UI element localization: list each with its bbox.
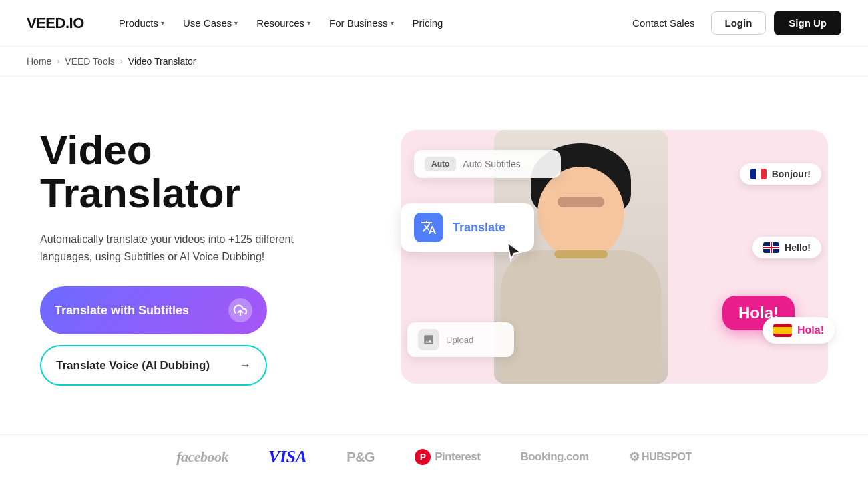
nav-usecases-label: Use Cases <box>183 17 232 29</box>
brand-pinterest: P Pinterest <box>415 449 480 465</box>
upload-panel: Upload <box>407 322 514 357</box>
hero-title: Video Translator <box>40 128 361 215</box>
hero-title-line1: Video <box>40 127 152 173</box>
breadcrumb-sep-1: › <box>57 57 59 66</box>
nav-resources-label: Resources <box>256 17 304 29</box>
nav-right: Contact Sales Login Sign Up <box>624 11 841 35</box>
hero-left: Video Translator Automatically translate… <box>40 128 361 386</box>
hero-description: Automatically translate your videos into… <box>40 231 294 265</box>
nav-resources[interactable]: Resources ▾ <box>248 12 318 34</box>
breadcrumb-current: Video Translator <box>128 56 196 67</box>
breadcrumb-tools[interactable]: VEED Tools <box>65 56 114 67</box>
breadcrumb: Home › VEED Tools › Video Translator <box>0 47 868 77</box>
signup-button[interactable]: Sign Up <box>774 11 841 35</box>
image-icon <box>418 329 439 350</box>
nav-links: Products ▾ Use Cases ▾ Resources ▾ For B… <box>111 12 624 34</box>
translate-voice-label: Translate Voice (AI Dubbing) <box>56 359 210 372</box>
translate-label: Translate <box>453 221 505 235</box>
bonjour-badge: Bonjour! <box>740 163 821 185</box>
main-content: Video Translator Automatically translate… <box>0 77 868 424</box>
chevron-down-icon: ▾ <box>234 19 238 27</box>
chevron-down-icon: ▾ <box>391 19 394 27</box>
brand-booking: Booking.com <box>520 450 588 464</box>
nav-forbusiness[interactable]: For Business ▾ <box>321 12 402 34</box>
nav-usecases[interactable]: Use Cases ▾ <box>175 12 246 34</box>
brands-bar: facebook VISA P&G P Pinterest Booking.co… <box>0 434 868 479</box>
cursor-icon <box>504 240 524 266</box>
hubspot-icon: ⚙ <box>629 450 640 464</box>
translate-subtitles-button[interactable]: Translate with Subtitles <box>40 286 267 334</box>
hello-badge: Hello! <box>752 237 821 258</box>
auto-tag: Auto <box>425 157 456 171</box>
breadcrumb-sep-2: › <box>120 57 123 66</box>
brand-visa: VISA <box>268 447 306 467</box>
hello-text: Hello! <box>785 242 811 253</box>
bonjour-text: Bonjour! <box>772 169 811 179</box>
uk-flag-icon <box>763 242 779 253</box>
nav-pricing[interactable]: Pricing <box>405 12 451 34</box>
hero-title-line2: Translator <box>40 170 240 216</box>
pinterest-icon: P <box>415 449 431 465</box>
navbar: VEED.IO Products ▾ Use Cases ▾ Resources… <box>0 0 868 47</box>
upload-label: Upload <box>446 335 473 345</box>
spanish-flag-icon <box>773 324 792 337</box>
brand-facebook: facebook <box>176 448 228 466</box>
chevron-down-icon: ▾ <box>307 19 310 27</box>
french-flag-icon <box>750 169 767 179</box>
nav-products-label: Products <box>119 17 158 29</box>
auto-subtitles-label: Auto Subtitles <box>463 159 520 169</box>
arrow-right-icon: → <box>239 358 251 372</box>
translate-subtitles-label: Translate with Subtitles <box>55 304 189 318</box>
brand-pg: P&G <box>347 450 375 465</box>
contact-sales-button[interactable]: Contact Sales <box>624 12 702 34</box>
nav-pricing-label: Pricing <box>413 17 443 29</box>
logo[interactable]: VEED.IO <box>27 15 84 32</box>
translate-voice-button[interactable]: Translate Voice (AI Dubbing) → <box>40 345 267 386</box>
login-button[interactable]: Login <box>711 11 767 35</box>
hola-small-text: Hola! <box>797 324 824 336</box>
upload-cloud-icon <box>228 298 252 322</box>
nav-products[interactable]: Products ▾ <box>111 12 172 34</box>
nav-forbusiness-label: For Business <box>329 17 388 29</box>
brand-hubspot: ⚙ HUBSPOT <box>629 450 692 464</box>
hola-small-badge: Hola! <box>763 317 835 344</box>
auto-subtitles-panel: Auto Auto Subtitles <box>414 150 561 178</box>
hero-visual: Auto Auto Subtitles Translate <box>401 130 828 384</box>
chevron-down-icon: ▾ <box>161 19 164 27</box>
translate-icon <box>414 213 443 242</box>
breadcrumb-home[interactable]: Home <box>27 56 51 67</box>
